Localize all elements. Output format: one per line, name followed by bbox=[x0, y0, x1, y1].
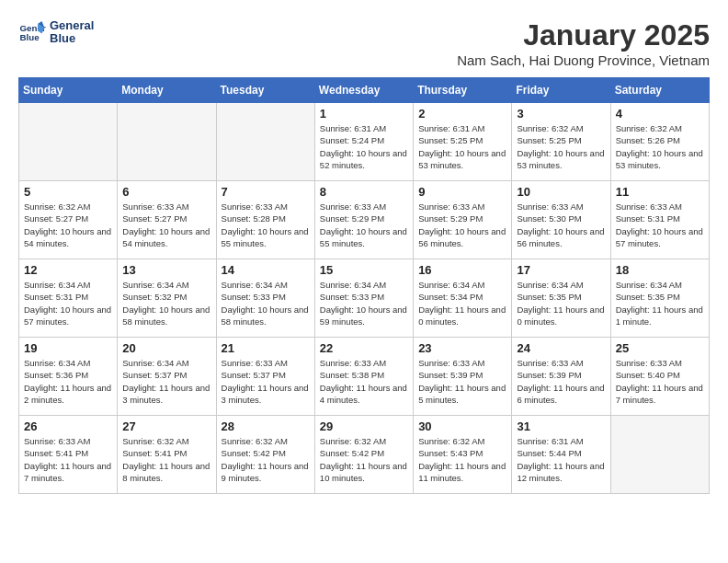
day-cell: 12Sunrise: 6:34 AMSunset: 5:31 PMDayligh… bbox=[19, 259, 118, 338]
svg-text:Blue: Blue bbox=[20, 32, 40, 42]
day-cell: 28Sunrise: 6:32 AMSunset: 5:42 PMDayligh… bbox=[216, 416, 314, 494]
weekday-header-wednesday: Wednesday bbox=[314, 78, 413, 103]
day-info: Sunrise: 6:34 AMSunset: 5:35 PMDaylight:… bbox=[616, 279, 704, 327]
day-number: 19 bbox=[24, 341, 112, 355]
day-info: Sunrise: 6:33 AMSunset: 5:39 PMDaylight:… bbox=[517, 357, 605, 406]
day-cell: 23Sunrise: 6:33 AMSunset: 5:39 PMDayligh… bbox=[414, 338, 512, 416]
day-number: 5 bbox=[24, 185, 112, 199]
day-info: Sunrise: 6:32 AMSunset: 5:27 PMDaylight:… bbox=[24, 201, 112, 249]
day-info: Sunrise: 6:32 AMSunset: 5:41 PMDaylight:… bbox=[122, 435, 210, 484]
day-number: 24 bbox=[517, 341, 605, 355]
day-info: Sunrise: 6:32 AMSunset: 5:26 PMDaylight:… bbox=[616, 122, 704, 171]
day-cell: 9Sunrise: 6:33 AMSunset: 5:29 PMDaylight… bbox=[414, 181, 512, 259]
weekday-header-monday: Monday bbox=[118, 78, 216, 103]
day-cell: 26Sunrise: 6:33 AMSunset: 5:41 PMDayligh… bbox=[19, 416, 118, 494]
day-number: 3 bbox=[517, 107, 605, 121]
day-number: 23 bbox=[418, 341, 506, 355]
day-cell: 20Sunrise: 6:34 AMSunset: 5:37 PMDayligh… bbox=[118, 338, 216, 416]
day-cell: 16Sunrise: 6:34 AMSunset: 5:34 PMDayligh… bbox=[414, 259, 512, 338]
weekday-header-saturday: Saturday bbox=[610, 78, 709, 103]
day-number: 13 bbox=[122, 263, 210, 277]
day-cell: 2Sunrise: 6:31 AMSunset: 5:25 PMDaylight… bbox=[414, 103, 512, 181]
day-cell: 14Sunrise: 6:34 AMSunset: 5:33 PMDayligh… bbox=[216, 259, 314, 338]
day-cell: 21Sunrise: 6:33 AMSunset: 5:37 PMDayligh… bbox=[216, 338, 314, 416]
day-info: Sunrise: 6:34 AMSunset: 5:36 PMDaylight:… bbox=[24, 357, 112, 406]
day-number: 25 bbox=[616, 341, 704, 355]
day-info: Sunrise: 6:33 AMSunset: 5:29 PMDaylight:… bbox=[418, 201, 506, 249]
week-row-2: 5Sunrise: 6:32 AMSunset: 5:27 PMDaylight… bbox=[19, 181, 710, 259]
day-number: 22 bbox=[320, 341, 408, 355]
day-info: Sunrise: 6:33 AMSunset: 5:28 PMDaylight:… bbox=[222, 201, 310, 249]
day-number: 4 bbox=[616, 107, 704, 121]
week-row-3: 12Sunrise: 6:34 AMSunset: 5:31 PMDayligh… bbox=[19, 259, 710, 338]
day-info: Sunrise: 6:32 AMSunset: 5:25 PMDaylight:… bbox=[517, 122, 605, 171]
day-cell: 7Sunrise: 6:33 AMSunset: 5:28 PMDaylight… bbox=[216, 181, 314, 259]
day-info: Sunrise: 6:33 AMSunset: 5:29 PMDaylight:… bbox=[320, 201, 408, 249]
day-info: Sunrise: 6:34 AMSunset: 5:31 PMDaylight:… bbox=[24, 279, 112, 327]
day-info: Sunrise: 6:31 AMSunset: 5:25 PMDaylight:… bbox=[418, 122, 506, 171]
day-cell bbox=[19, 103, 118, 181]
day-info: Sunrise: 6:32 AMSunset: 5:42 PMDaylight:… bbox=[222, 435, 310, 484]
day-cell: 6Sunrise: 6:33 AMSunset: 5:27 PMDaylight… bbox=[118, 181, 216, 259]
day-number: 31 bbox=[517, 419, 605, 433]
day-info: Sunrise: 6:33 AMSunset: 5:31 PMDaylight:… bbox=[616, 201, 704, 249]
day-info: Sunrise: 6:34 AMSunset: 5:32 PMDaylight:… bbox=[122, 279, 210, 327]
day-number: 6 bbox=[122, 185, 210, 199]
day-cell: 29Sunrise: 6:32 AMSunset: 5:42 PMDayligh… bbox=[314, 416, 413, 494]
day-number: 11 bbox=[616, 185, 704, 199]
weekday-header-row: SundayMondayTuesdayWednesdayThursdayFrid… bbox=[19, 78, 710, 103]
day-number: 18 bbox=[616, 263, 704, 277]
location-subtitle: Nam Sach, Hai Duong Province, Vietnam bbox=[457, 52, 710, 68]
week-row-1: 1Sunrise: 6:31 AMSunset: 5:24 PMDaylight… bbox=[19, 103, 710, 181]
day-info: Sunrise: 6:33 AMSunset: 5:39 PMDaylight:… bbox=[418, 357, 506, 406]
day-cell: 25Sunrise: 6:33 AMSunset: 5:40 PMDayligh… bbox=[610, 338, 709, 416]
day-number: 26 bbox=[24, 419, 112, 433]
day-cell: 3Sunrise: 6:32 AMSunset: 5:25 PMDaylight… bbox=[512, 103, 610, 181]
day-cell: 15Sunrise: 6:34 AMSunset: 5:33 PMDayligh… bbox=[314, 259, 413, 338]
day-number: 15 bbox=[320, 263, 408, 277]
day-info: Sunrise: 6:33 AMSunset: 5:30 PMDaylight:… bbox=[517, 201, 605, 249]
day-number: 7 bbox=[222, 185, 310, 199]
logo-text-general: General bbox=[50, 19, 94, 32]
day-cell: 30Sunrise: 6:32 AMSunset: 5:43 PMDayligh… bbox=[414, 416, 512, 494]
weekday-header-sunday: Sunday bbox=[19, 78, 118, 103]
day-number: 30 bbox=[418, 419, 506, 433]
day-cell: 27Sunrise: 6:32 AMSunset: 5:41 PMDayligh… bbox=[118, 416, 216, 494]
day-cell: 17Sunrise: 6:34 AMSunset: 5:35 PMDayligh… bbox=[512, 259, 610, 338]
day-number: 28 bbox=[222, 419, 310, 433]
day-info: Sunrise: 6:33 AMSunset: 5:37 PMDaylight:… bbox=[222, 357, 310, 406]
week-row-5: 26Sunrise: 6:33 AMSunset: 5:41 PMDayligh… bbox=[19, 416, 710, 494]
day-cell bbox=[216, 103, 314, 181]
day-number: 8 bbox=[320, 185, 408, 199]
day-info: Sunrise: 6:33 AMSunset: 5:41 PMDaylight:… bbox=[24, 435, 112, 484]
day-number: 16 bbox=[418, 263, 506, 277]
logo-text-blue: Blue bbox=[50, 32, 94, 45]
day-info: Sunrise: 6:33 AMSunset: 5:40 PMDaylight:… bbox=[616, 357, 704, 406]
day-info: Sunrise: 6:33 AMSunset: 5:27 PMDaylight:… bbox=[122, 201, 210, 249]
day-cell: 11Sunrise: 6:33 AMSunset: 5:31 PMDayligh… bbox=[610, 181, 709, 259]
day-number: 27 bbox=[122, 419, 210, 433]
logo: General Blue General Blue bbox=[18, 18, 94, 46]
weekday-header-friday: Friday bbox=[512, 78, 610, 103]
weekday-header-tuesday: Tuesday bbox=[216, 78, 314, 103]
day-info: Sunrise: 6:31 AMSunset: 5:44 PMDaylight:… bbox=[517, 435, 605, 484]
day-number: 1 bbox=[320, 107, 408, 121]
day-info: Sunrise: 6:32 AMSunset: 5:43 PMDaylight:… bbox=[418, 435, 506, 484]
day-cell: 4Sunrise: 6:32 AMSunset: 5:26 PMDaylight… bbox=[610, 103, 709, 181]
day-cell bbox=[118, 103, 216, 181]
day-info: Sunrise: 6:34 AMSunset: 5:33 PMDaylight:… bbox=[320, 279, 408, 327]
day-number: 14 bbox=[222, 263, 310, 277]
day-cell: 13Sunrise: 6:34 AMSunset: 5:32 PMDayligh… bbox=[118, 259, 216, 338]
day-cell: 19Sunrise: 6:34 AMSunset: 5:36 PMDayligh… bbox=[19, 338, 118, 416]
day-info: Sunrise: 6:34 AMSunset: 5:35 PMDaylight:… bbox=[517, 279, 605, 327]
day-cell: 24Sunrise: 6:33 AMSunset: 5:39 PMDayligh… bbox=[512, 338, 610, 416]
week-row-4: 19Sunrise: 6:34 AMSunset: 5:36 PMDayligh… bbox=[19, 338, 710, 416]
day-info: Sunrise: 6:32 AMSunset: 5:42 PMDaylight:… bbox=[320, 435, 408, 484]
day-info: Sunrise: 6:33 AMSunset: 5:38 PMDaylight:… bbox=[320, 357, 408, 406]
day-cell: 10Sunrise: 6:33 AMSunset: 5:30 PMDayligh… bbox=[512, 181, 610, 259]
day-info: Sunrise: 6:34 AMSunset: 5:37 PMDaylight:… bbox=[122, 357, 210, 406]
logo-icon: General Blue bbox=[18, 18, 46, 46]
day-number: 9 bbox=[418, 185, 506, 199]
title-block: January 2025 Nam Sach, Hai Duong Provinc… bbox=[457, 18, 710, 68]
day-info: Sunrise: 6:31 AMSunset: 5:24 PMDaylight:… bbox=[320, 122, 408, 171]
